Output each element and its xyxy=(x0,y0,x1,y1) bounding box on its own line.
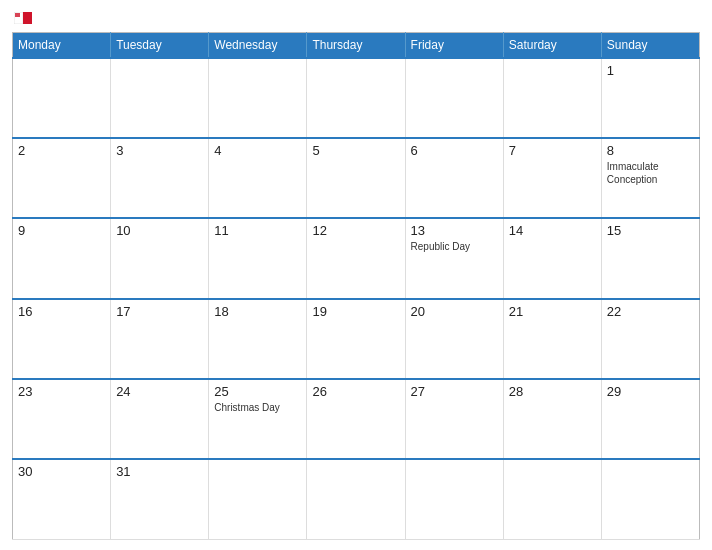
date-number: 3 xyxy=(116,143,203,158)
calendar-cell: 8Immaculate Conception xyxy=(601,138,699,218)
calendar-cell: 19 xyxy=(307,299,405,379)
holiday-label: Immaculate Conception xyxy=(607,160,694,186)
calendar-cell: 13Republic Day xyxy=(405,218,503,298)
date-number: 19 xyxy=(312,304,399,319)
date-number: 20 xyxy=(411,304,498,319)
date-number: 5 xyxy=(312,143,399,158)
weekday-header: Tuesday xyxy=(111,32,209,58)
date-number: 22 xyxy=(607,304,694,319)
calendar-cell xyxy=(307,58,405,138)
calendar-cell: 22 xyxy=(601,299,699,379)
calendar-cell: 10 xyxy=(111,218,209,298)
calendar-cell: 4 xyxy=(209,138,307,218)
date-number: 30 xyxy=(18,464,105,479)
calendar-cell: 9 xyxy=(13,218,111,298)
calendar-cell xyxy=(601,459,699,539)
weekday-header-row: MondayTuesdayWednesdayThursdayFridaySatu… xyxy=(13,32,700,58)
logo xyxy=(12,10,32,26)
calendar-week-row: 2345678Immaculate Conception xyxy=(13,138,700,218)
calendar-cell: 24 xyxy=(111,379,209,459)
calendar-cell: 3 xyxy=(111,138,209,218)
calendar-cell: 23 xyxy=(13,379,111,459)
date-number: 21 xyxy=(509,304,596,319)
calendar-cell xyxy=(13,58,111,138)
calendar-cell: 27 xyxy=(405,379,503,459)
calendar-cell: 17 xyxy=(111,299,209,379)
calendar-cell: 7 xyxy=(503,138,601,218)
calendar-cell: 25Christmas Day xyxy=(209,379,307,459)
calendar-cell: 31 xyxy=(111,459,209,539)
calendar-week-row: 3031 xyxy=(13,459,700,539)
date-number: 25 xyxy=(214,384,301,399)
calendar-cell: 26 xyxy=(307,379,405,459)
svg-rect-2 xyxy=(15,13,20,17)
date-number: 24 xyxy=(116,384,203,399)
calendar-cell xyxy=(405,58,503,138)
holiday-label: Republic Day xyxy=(411,240,498,253)
date-number: 27 xyxy=(411,384,498,399)
calendar-cell xyxy=(405,459,503,539)
date-number: 6 xyxy=(411,143,498,158)
weekday-header: Wednesday xyxy=(209,32,307,58)
date-number: 9 xyxy=(18,223,105,238)
date-number: 13 xyxy=(411,223,498,238)
header xyxy=(12,10,700,26)
date-number: 8 xyxy=(607,143,694,158)
weekday-header: Thursday xyxy=(307,32,405,58)
calendar-page: MondayTuesdayWednesdayThursdayFridaySatu… xyxy=(0,0,712,550)
date-number: 4 xyxy=(214,143,301,158)
date-number: 23 xyxy=(18,384,105,399)
date-number: 18 xyxy=(214,304,301,319)
date-number: 28 xyxy=(509,384,596,399)
date-number: 26 xyxy=(312,384,399,399)
logo-flag-icon xyxy=(14,12,32,24)
calendar-cell: 30 xyxy=(13,459,111,539)
date-number: 16 xyxy=(18,304,105,319)
date-number: 31 xyxy=(116,464,203,479)
date-number: 2 xyxy=(18,143,105,158)
calendar-cell: 1 xyxy=(601,58,699,138)
date-number: 17 xyxy=(116,304,203,319)
date-number: 15 xyxy=(607,223,694,238)
calendar-cell xyxy=(503,58,601,138)
calendar-cell xyxy=(111,58,209,138)
logo-blue-text xyxy=(12,10,32,26)
calendar-cell: 6 xyxy=(405,138,503,218)
calendar-table: MondayTuesdayWednesdayThursdayFridaySatu… xyxy=(12,32,700,540)
calendar-week-row: 1 xyxy=(13,58,700,138)
calendar-cell xyxy=(503,459,601,539)
weekday-header: Sunday xyxy=(601,32,699,58)
weekday-header: Friday xyxy=(405,32,503,58)
weekday-header: Saturday xyxy=(503,32,601,58)
calendar-cell: 28 xyxy=(503,379,601,459)
holiday-label: Christmas Day xyxy=(214,401,301,414)
calendar-cell: 5 xyxy=(307,138,405,218)
calendar-cell: 29 xyxy=(601,379,699,459)
calendar-week-row: 910111213Republic Day1415 xyxy=(13,218,700,298)
date-number: 11 xyxy=(214,223,301,238)
svg-rect-1 xyxy=(23,12,32,24)
date-number: 14 xyxy=(509,223,596,238)
calendar-cell: 11 xyxy=(209,218,307,298)
calendar-cell xyxy=(307,459,405,539)
calendar-cell xyxy=(209,58,307,138)
calendar-cell: 20 xyxy=(405,299,503,379)
calendar-cell: 15 xyxy=(601,218,699,298)
date-number: 7 xyxy=(509,143,596,158)
calendar-cell: 21 xyxy=(503,299,601,379)
calendar-cell: 14 xyxy=(503,218,601,298)
date-number: 29 xyxy=(607,384,694,399)
weekday-header: Monday xyxy=(13,32,111,58)
calendar-cell: 12 xyxy=(307,218,405,298)
date-number: 1 xyxy=(607,63,694,78)
calendar-cell xyxy=(209,459,307,539)
calendar-cell: 18 xyxy=(209,299,307,379)
calendar-cell: 16 xyxy=(13,299,111,379)
date-number: 10 xyxy=(116,223,203,238)
calendar-week-row: 16171819202122 xyxy=(13,299,700,379)
calendar-week-row: 232425Christmas Day26272829 xyxy=(13,379,700,459)
date-number: 12 xyxy=(312,223,399,238)
calendar-cell: 2 xyxy=(13,138,111,218)
